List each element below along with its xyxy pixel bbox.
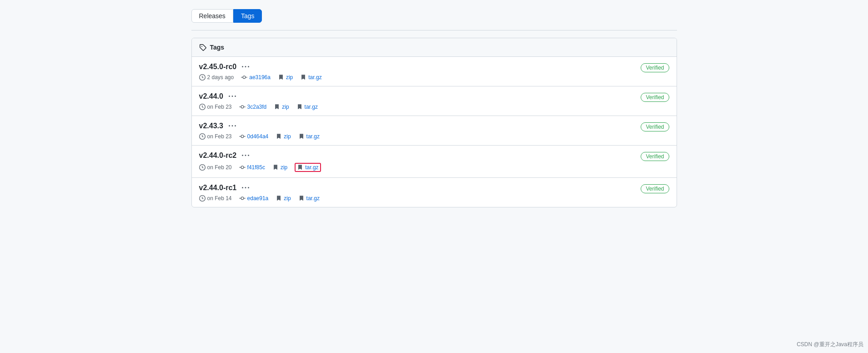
tag-meta: on Feb 23 3c2a3fd zip tar.gz bbox=[199, 104, 669, 110]
commit-meta: ae3196a bbox=[241, 74, 271, 81]
verified-badge: Verified bbox=[641, 152, 669, 161]
tag-name: v2.45.0-rc0 bbox=[199, 63, 237, 71]
more-options-button[interactable] bbox=[227, 92, 238, 101]
tag-row: Verified v2.44.0-rc1 on Feb 14 bbox=[192, 178, 677, 207]
tab-releases[interactable]: Releases bbox=[191, 9, 233, 23]
tag-name-row: v2.44.0-rc1 bbox=[199, 183, 669, 192]
commit-link[interactable]: ae3196a bbox=[249, 74, 271, 81]
commit-meta: 3c2a3fd bbox=[239, 104, 267, 110]
commit-link[interactable]: 0d464a4 bbox=[247, 133, 269, 140]
commit-link[interactable]: f41f85c bbox=[247, 164, 265, 171]
zip-link[interactable]: zip bbox=[286, 74, 293, 81]
tag-name-row: v2.43.3 bbox=[199, 121, 669, 131]
commit-link[interactable]: edae91a bbox=[247, 195, 269, 202]
tar-meta: tar.gz bbox=[298, 195, 320, 202]
tag-icon bbox=[199, 44, 206, 51]
more-options-button[interactable] bbox=[240, 62, 251, 71]
zip-link[interactable]: zip bbox=[284, 195, 291, 202]
verified-badge: Verified bbox=[641, 122, 669, 131]
commit-meta: f41f85c bbox=[239, 164, 265, 171]
zip-meta: zip bbox=[276, 133, 291, 140]
tag-name: v2.44.0 bbox=[199, 92, 223, 101]
tag-time: on Feb 23 bbox=[207, 133, 232, 140]
zip-link[interactable]: zip bbox=[281, 164, 287, 171]
tag-name: v2.44.0-rc1 bbox=[199, 184, 237, 192]
tar-link[interactable]: tar.gz bbox=[306, 195, 320, 202]
verified-badge: Verified bbox=[641, 93, 669, 102]
commit-link[interactable]: 3c2a3fd bbox=[247, 104, 267, 110]
page-container: Releases Tags Tags Verified v2.45.0-rc0 bbox=[184, 0, 684, 217]
time-meta: on Feb 23 bbox=[199, 133, 232, 140]
tag-name: v2.44.0-rc2 bbox=[199, 151, 237, 160]
tag-meta: on Feb 20 f41f85c zip tar.gz bbox=[199, 163, 669, 172]
tags-header: Tags bbox=[192, 38, 677, 57]
more-options-button[interactable] bbox=[240, 151, 251, 160]
tag-row: Verified v2.44.0 on Feb 23 bbox=[192, 86, 677, 116]
more-options-button[interactable] bbox=[240, 183, 251, 192]
tar-link[interactable]: tar.gz bbox=[308, 74, 321, 81]
tar-meta: tar.gz bbox=[300, 74, 321, 81]
tag-meta: 2 days ago ae3196a zip tar.gz bbox=[199, 74, 669, 81]
tag-name-row: v2.44.0-rc2 bbox=[199, 151, 669, 160]
tag-name-row: v2.44.0 bbox=[199, 92, 669, 101]
tag-meta: on Feb 14 edae91a zip tar.gz bbox=[199, 195, 669, 202]
tag-meta: on Feb 23 0d464a4 zip tar.gz bbox=[199, 133, 669, 140]
time-meta: on Feb 23 bbox=[199, 104, 232, 110]
commit-meta: edae91a bbox=[239, 195, 269, 202]
tag-name-row: v2.45.0-rc0 bbox=[199, 62, 669, 71]
tag-row: Verified v2.43.3 on Feb 23 bbox=[192, 116, 677, 146]
verified-badge: Verified bbox=[641, 184, 669, 193]
tag-time: on Feb 14 bbox=[207, 195, 232, 202]
tag-time: on Feb 20 bbox=[207, 164, 232, 171]
tags-section: Tags Verified v2.45.0-rc0 2 days ago bbox=[191, 38, 677, 207]
time-meta: on Feb 14 bbox=[199, 195, 232, 202]
tag-time: on Feb 23 bbox=[207, 104, 232, 110]
tag-row: Verified v2.44.0-rc2 on Feb 20 bbox=[192, 146, 677, 178]
verified-badge: Verified bbox=[641, 63, 669, 72]
tag-row: Verified v2.45.0-rc0 2 days ago bbox=[192, 57, 677, 86]
tar-link[interactable]: tar.gz bbox=[305, 164, 318, 171]
tar-meta: tar.gz bbox=[295, 163, 321, 172]
zip-meta: zip bbox=[274, 104, 289, 110]
zip-meta: zip bbox=[272, 164, 287, 171]
tar-link[interactable]: tar.gz bbox=[305, 104, 318, 110]
zip-link[interactable]: zip bbox=[284, 133, 291, 140]
time-meta: 2 days ago bbox=[199, 74, 234, 81]
tar-meta: tar.gz bbox=[296, 104, 318, 110]
tar-meta: tar.gz bbox=[298, 133, 320, 140]
time-meta: on Feb 20 bbox=[199, 164, 232, 171]
commit-meta: 0d464a4 bbox=[239, 133, 269, 140]
tab-bar: Releases Tags bbox=[191, 9, 677, 23]
tag-name: v2.43.3 bbox=[199, 122, 223, 130]
zip-meta: zip bbox=[276, 195, 291, 202]
tags-list: Verified v2.45.0-rc0 2 days ago bbox=[192, 57, 677, 207]
more-options-button[interactable] bbox=[227, 121, 238, 131]
tag-time: 2 days ago bbox=[207, 74, 234, 81]
zip-link[interactable]: zip bbox=[282, 104, 289, 110]
tar-link[interactable]: tar.gz bbox=[306, 133, 320, 140]
tags-section-title: Tags bbox=[210, 44, 225, 51]
tab-tags[interactable]: Tags bbox=[233, 9, 262, 23]
divider bbox=[191, 30, 677, 30]
zip-meta: zip bbox=[278, 74, 293, 81]
